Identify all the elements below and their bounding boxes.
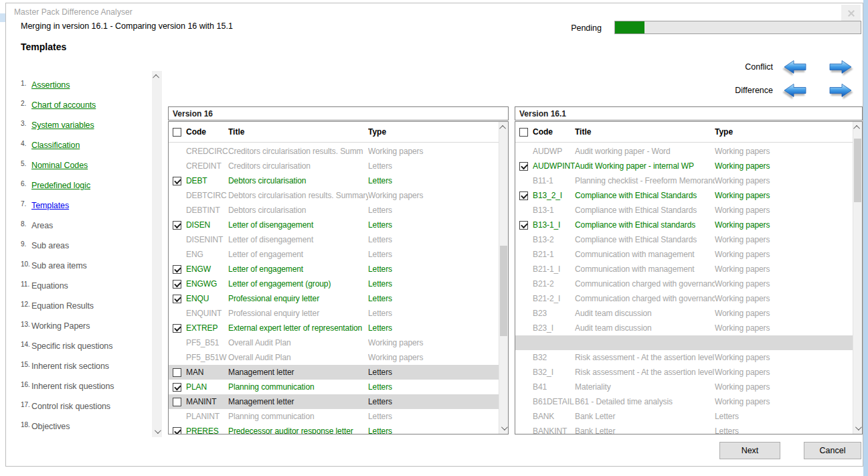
row-checkbox[interactable] <box>173 398 181 406</box>
sidebar-item-assertions[interactable]: 1.Assertions <box>21 78 149 98</box>
step-list-scrollbar[interactable] <box>152 71 162 437</box>
sidebar-item-label: Objectives <box>31 422 70 431</box>
row-checkbox[interactable] <box>173 295 181 303</box>
row-checkbox[interactable] <box>173 324 181 333</box>
row-code: BANK <box>533 412 575 421</box>
table-row[interactable]: DISENINTLetter of disengagementLetters <box>169 232 499 247</box>
sidebar-item-equations: 11.Equations <box>21 279 149 299</box>
table-row[interactable]: B13-1_ICompliance with Ethical standards… <box>515 218 853 232</box>
difference-next-button[interactable] <box>829 82 852 101</box>
conflict-previous-button[interactable] <box>784 59 806 78</box>
select-all-checkbox[interactable] <box>519 128 528 137</box>
sidebar-item-classification[interactable]: 4.Classification <box>21 139 149 159</box>
select-all-checkbox[interactable] <box>173 128 181 137</box>
row-title: Planning communication <box>228 382 368 392</box>
table-row[interactable]: B11-1Planning checklist - Freeform Memor… <box>515 173 853 188</box>
table-row[interactable]: B23Audit team discussionWorking papers <box>515 306 853 321</box>
row-type: Working papers <box>368 191 499 200</box>
table-row[interactable]: DEBTINTDebtors circularisationLetters <box>169 203 499 218</box>
sidebar-item-number: 6. <box>21 180 31 187</box>
row-checkbox[interactable] <box>519 221 528 230</box>
row-type: Working papers <box>715 250 853 259</box>
conflict-next-button[interactable] <box>829 59 852 78</box>
left-table-scrollbar[interactable] <box>499 122 508 434</box>
table-row[interactable]: B23_IAudit team discussionWorking papers <box>515 321 853 335</box>
table-row[interactable]: B32_IRisk assessment - At the assertion … <box>515 365 853 380</box>
table-row[interactable]: MANINTManagement letterLetters <box>169 394 499 409</box>
chevron-up-icon[interactable] <box>853 123 862 133</box>
close-button[interactable] <box>841 5 861 22</box>
table-row[interactable]: B21-1_ICommunication with managementWork… <box>515 262 853 276</box>
table-row[interactable] <box>515 335 853 350</box>
row-checkbox[interactable] <box>173 383 181 392</box>
row-type: Working papers <box>715 309 853 318</box>
table-row[interactable]: B13-1Compliance with Ethical StandardsWo… <box>515 203 853 218</box>
sidebar-item-nominal-codes[interactable]: 5.Nominal Codes <box>21 159 149 179</box>
table-row[interactable]: ENGWGLetter of engagement (group)Letters <box>169 276 499 291</box>
table-row[interactable]: CREDINTCreditors circularisationLetters <box>169 159 499 173</box>
table-row[interactable]: B21-2Communication charged with governan… <box>515 276 853 291</box>
sidebar-item-label: Equation Results <box>31 301 94 311</box>
row-checkbox[interactable] <box>173 265 181 274</box>
sidebar-item-templates[interactable]: 7.Templates <box>21 199 149 219</box>
row-type: Letters <box>368 176 499 185</box>
table-row[interactable]: PRERESPredecessor auditor response lette… <box>169 424 499 434</box>
row-type: Working papers <box>715 147 853 156</box>
scrollbar-thumb[interactable] <box>854 139 861 202</box>
table-row[interactable]: B21-1Communication with managementWorkin… <box>515 247 853 262</box>
row-checkbox[interactable] <box>173 427 181 434</box>
table-row[interactable]: PF5_B51Overall Audit PlanWorking papers <box>169 335 499 350</box>
progress-bar <box>614 21 861 34</box>
table-row[interactable]: ENQUINTProfessional enquiry letterLetter… <box>169 306 499 321</box>
row-type: Letters <box>715 426 853 434</box>
table-row[interactable]: PLANPlanning communicationLetters <box>169 380 499 394</box>
right-table-scrollbar[interactable] <box>853 122 862 434</box>
scrollbar-thumb[interactable] <box>500 246 507 336</box>
sidebar-item-chart-of-accounts[interactable]: 2.Chart of accounts <box>21 98 149 118</box>
table-row[interactable]: ENGLetter of engagementLetters <box>169 247 499 262</box>
table-row[interactable]: DISENLetter of disengagementLetters <box>169 218 499 232</box>
table-row[interactable]: B21-2_ICommunication charged with govern… <box>515 291 853 306</box>
table-row[interactable]: CREDCIRCCreditors circularisation result… <box>169 144 499 159</box>
table-row[interactable]: DEBTCIRCDebtors circularisation results.… <box>169 188 499 203</box>
chevron-up-icon[interactable] <box>499 123 508 133</box>
difference-previous-button[interactable] <box>784 82 806 101</box>
table-row[interactable]: ENQUProfessional enquiry letterLetters <box>169 291 499 306</box>
table-row[interactable]: B13-2Compliance with Ethical StandardsWo… <box>515 232 853 247</box>
table-row[interactable]: MANManagement letterLetters <box>169 365 499 380</box>
sidebar-item-predefined-logic[interactable]: 6.Predefined logic <box>21 179 149 199</box>
table-row[interactable]: BANKINTBank LetterLetters <box>515 424 853 434</box>
row-type: Working papers <box>715 235 853 244</box>
row-type: Working papers <box>715 220 853 230</box>
table-row[interactable]: PF5_B51WOverall Audit PlanWorking papers <box>169 350 499 365</box>
row-checkbox[interactable] <box>173 221 181 230</box>
sidebar-item-number: 16. <box>21 381 31 388</box>
row-checkbox[interactable] <box>173 177 181 185</box>
table-row[interactable]: AUDWPAudit working paper - WordWorking p… <box>515 144 853 159</box>
row-checkbox[interactable] <box>519 162 528 171</box>
chevron-down-icon[interactable] <box>152 426 162 437</box>
table-row[interactable]: B41MaterialityWorking papers <box>515 380 853 394</box>
row-checkbox[interactable] <box>173 368 181 377</box>
row-checkbox[interactable] <box>519 191 528 200</box>
table-row[interactable]: BANKBank LetterLetters <box>515 409 853 424</box>
sidebar-item-number: 3. <box>21 120 31 127</box>
chevron-down-icon[interactable] <box>853 423 862 433</box>
title-bar: Master Pack Difference Analyser <box>6 3 863 21</box>
table-row[interactable]: AUDWPINTAudit Working paper - internal W… <box>515 159 853 173</box>
table-row[interactable]: EXTREPExternal expert letter of represen… <box>169 321 499 335</box>
row-code: PF5_B51 <box>186 338 228 347</box>
table-row[interactable]: DEBTDebtors circularisationLetters <box>169 173 499 188</box>
sidebar-item-system-variables[interactable]: 3.System variables <box>21 118 149 139</box>
table-row[interactable]: B61DETAILB61 - Detailed time analysisWor… <box>515 394 853 409</box>
row-checkbox[interactable] <box>173 280 181 289</box>
next-button[interactable]: Next <box>719 442 780 459</box>
chevron-up-icon[interactable] <box>152 72 162 82</box>
chevron-down-icon[interactable] <box>499 423 508 433</box>
table-row[interactable]: B13_2_ICompliance with Ethical Standards… <box>515 188 853 203</box>
cancel-button[interactable]: Cancel <box>804 442 861 459</box>
table-row[interactable]: ENGWLetter of engagementLetters <box>169 262 499 276</box>
table-row[interactable]: PLANINTPlanning communicationLetters <box>169 409 499 424</box>
dialog-window: Master Pack Difference Analyser Merging … <box>5 3 863 467</box>
table-row[interactable]: B32Risk assessment - At the assertion le… <box>515 350 853 365</box>
